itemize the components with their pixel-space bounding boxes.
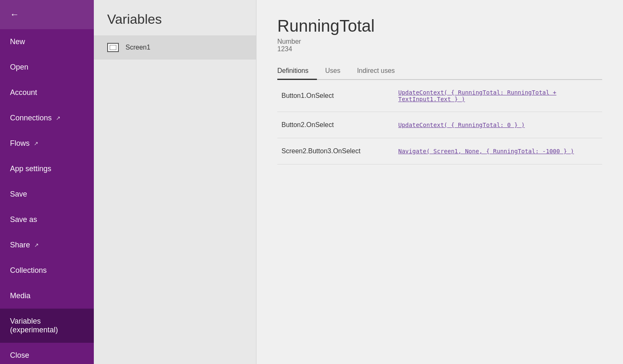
middle-panel: Variables Screen1 <box>94 0 256 364</box>
sidebar: ← NewOpenAccountConnections↗Flows↗App se… <box>0 0 94 364</box>
sidebar-item-collections[interactable]: Collections <box>0 258 94 283</box>
external-link-icon: ↗ <box>34 140 38 147</box>
sidebar-item-label: Save <box>10 190 27 199</box>
definition-row: Button2.OnSelectUpdateContext( { Running… <box>277 112 602 138</box>
sidebar-item-label: Flows <box>10 139 30 148</box>
sidebar-nav: NewOpenAccountConnections↗Flows↗App sett… <box>0 29 94 364</box>
sidebar-item-flows[interactable]: Flows↗ <box>0 131 94 156</box>
tab-definitions[interactable]: Definitions <box>277 63 317 80</box>
svg-rect-0 <box>110 45 116 50</box>
variable-type: Number <box>277 38 602 45</box>
main-content: RunningTotal Number 1234 DefinitionsUses… <box>256 0 623 364</box>
sidebar-item-variables[interactable]: Variables (experimental) <box>0 309 94 343</box>
definition-formula[interactable]: UpdateContext( { RunningTotal: RunningTo… <box>398 89 598 102</box>
definition-name: Screen2.Button3.OnSelect <box>281 147 390 155</box>
sidebar-item-close[interactable]: Close <box>0 343 94 364</box>
tab-uses[interactable]: Uses <box>325 63 349 80</box>
definition-formula[interactable]: UpdateContext( { RunningTotal: 0 } ) <box>398 122 598 128</box>
screen-item[interactable]: Screen1 <box>94 35 256 60</box>
external-link-icon: ↗ <box>34 242 39 248</box>
sidebar-item-share[interactable]: Share↗ <box>0 232 94 258</box>
sidebar-item-label: New <box>10 37 25 46</box>
variables-title: Variables <box>107 12 243 27</box>
back-button[interactable]: ← <box>0 0 94 29</box>
definition-formula[interactable]: Navigate( Screen1, None, { RunningTotal:… <box>398 148 598 155</box>
sidebar-item-label: Variables (experimental) <box>10 317 84 334</box>
back-icon: ← <box>10 9 19 20</box>
variable-value: 1234 <box>277 45 602 53</box>
middle-panel-header: Variables <box>94 0 256 35</box>
definition-row: Button1.OnSelectUpdateContext( { Running… <box>277 80 602 112</box>
external-link-icon: ↗ <box>56 115 60 121</box>
screen-item-label: Screen1 <box>126 44 151 51</box>
sidebar-item-label: Close <box>10 351 29 360</box>
tabs-bar: DefinitionsUsesIndirect uses <box>277 63 602 80</box>
sidebar-item-label: Save as <box>10 215 37 224</box>
sidebar-item-open[interactable]: Open <box>0 55 94 80</box>
screen-list: Screen1 <box>94 35 256 364</box>
sidebar-item-connections[interactable]: Connections↗ <box>0 105 94 131</box>
sidebar-item-new[interactable]: New <box>0 29 94 55</box>
sidebar-item-label: Open <box>10 63 28 72</box>
sidebar-item-label: Share <box>10 241 30 249</box>
sidebar-item-app-settings[interactable]: App settings <box>0 156 94 182</box>
sidebar-item-label: Media <box>10 292 30 300</box>
tab-indirect-uses[interactable]: Indirect uses <box>357 63 403 80</box>
sidebar-item-save[interactable]: Save <box>0 182 94 207</box>
sidebar-item-media[interactable]: Media <box>0 283 94 309</box>
sidebar-item-label: Account <box>10 88 37 97</box>
sidebar-item-label: Connections <box>10 114 52 122</box>
variable-name: RunningTotal <box>277 17 602 35</box>
sidebar-item-save-as[interactable]: Save as <box>0 207 94 232</box>
sidebar-item-label: App settings <box>10 165 51 173</box>
sidebar-item-label: Collections <box>10 266 47 275</box>
definition-name: Button1.OnSelect <box>281 92 390 100</box>
definition-name: Button2.OnSelect <box>281 121 390 129</box>
definitions-list: Button1.OnSelectUpdateContext( { Running… <box>277 80 602 165</box>
sidebar-item-account[interactable]: Account <box>0 80 94 105</box>
screen-icon <box>107 43 119 52</box>
definition-row: Screen2.Button3.OnSelectNavigate( Screen… <box>277 138 602 165</box>
